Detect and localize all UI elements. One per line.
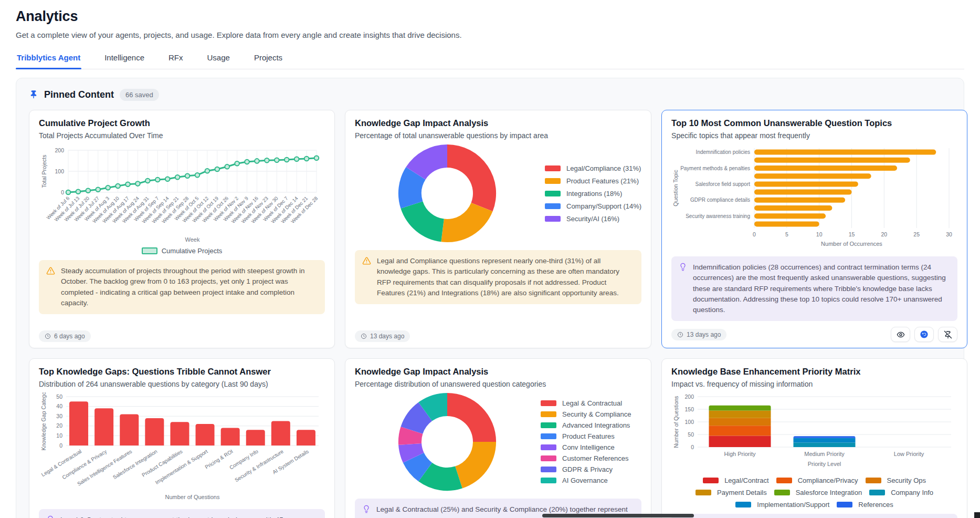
clock-icon: [361, 333, 367, 339]
donut-chart: Legal/Compliance (31%)Product Features (…: [355, 142, 641, 245]
card-top-knowledge-gaps[interactable]: Top Knowledge Gaps: Questions Tribble Ca…: [29, 358, 335, 518]
legend-swatch: [545, 191, 561, 196]
card-actions: [891, 327, 957, 342]
card-subtitle: Percentage of total unanswerable questio…: [355, 131, 641, 140]
legend-item: Legal & Contractual: [541, 399, 631, 407]
chart-legend: Legal & ContractualSecurity & Compliance…: [541, 399, 631, 484]
legend-label: Legal/Contract: [724, 476, 769, 484]
tab-tribblytics-agent[interactable]: Tribblytics Agent: [16, 49, 81, 69]
insight-note: Prioritize adding legal documentation (M…: [671, 514, 957, 518]
legend-item: Implementation/Support: [735, 501, 829, 509]
svg-text:200: 200: [55, 147, 64, 153]
card-footer: 6 days ago: [39, 325, 325, 342]
legend-swatch: [541, 455, 556, 461]
tab-rfx[interactable]: RFx: [167, 49, 184, 69]
legend-swatch: [774, 490, 790, 495]
donut-chart: Legal & ContractualSecurity & Compliance…: [355, 390, 641, 493]
legend-swatch: [541, 411, 556, 417]
timestamp-text: 13 days ago: [370, 333, 404, 340]
legend-swatch: [545, 178, 561, 184]
donut-chart-svg: [396, 390, 499, 493]
card-title: Knowledge Gap Impact Analysis: [355, 118, 641, 128]
tribble-agent-button[interactable]: [914, 327, 934, 342]
svg-text:10: 10: [56, 432, 62, 439]
svg-text:Security awareness training: Security awareness training: [686, 213, 750, 219]
pin-icon: [29, 89, 38, 101]
timestamp-badge: 6 days ago: [39, 330, 91, 342]
card-cumulative-project-growth[interactable]: Cumulative Project Growth Total Projects…: [29, 110, 335, 348]
horizontal-bar-chart: 051015202530Indemnification policiesPaym…: [671, 144, 957, 251]
stacked-bar-chart-svg: 050100150200High PriorityMedium Priority…: [671, 392, 957, 470]
legend-label: Company/Support (14%): [566, 202, 641, 210]
svg-text:40: 40: [56, 403, 62, 409]
svg-text:30: 30: [946, 231, 952, 237]
legend-swatch: [541, 433, 556, 439]
legend-swatch: [142, 247, 157, 254]
svg-text:Salesforce field support: Salesforce field support: [696, 181, 751, 187]
svg-text:20: 20: [56, 423, 62, 429]
svg-text:GDPR compliance details: GDPR compliance details: [690, 197, 750, 203]
tab-usage[interactable]: Usage: [206, 49, 231, 69]
note-text: Steady accumulation of projects througho…: [61, 266, 318, 308]
timestamp-text: 6 days ago: [54, 333, 85, 340]
svg-text:Week: Week: [185, 236, 200, 243]
vertical-scrollbar-thumb[interactable]: [974, 512, 980, 518]
view-button[interactable]: [891, 327, 910, 342]
card-title: Knowledge Gap Impact Analysis: [355, 367, 641, 377]
svg-text:50: 50: [688, 431, 694, 438]
legend-label: Product Features (21%): [566, 177, 639, 185]
bar-chart: 01020304050Legal & ContractualCompliance…: [39, 392, 325, 504]
legend-label: Payment Details: [717, 489, 767, 496]
legend-swatch: [696, 490, 711, 495]
legend-label: GDPR & Privacy: [562, 465, 613, 473]
line-chart-svg: 0100200Week of Jul 6Week of Jul 13Week o…: [39, 144, 323, 244]
lightbulb-icon: [679, 263, 687, 315]
card-top-10-unanswerable-topics[interactable]: Top 10 Most Common Unanswerable Question…: [661, 110, 967, 348]
unpin-button[interactable]: [938, 327, 957, 342]
horizontal-scrollbar-thumb[interactable]: [542, 514, 694, 517]
insight-note: Indemnification policies (28 occurrences…: [671, 256, 957, 321]
svg-text:Indemnification policies: Indemnification policies: [696, 149, 750, 155]
legend-item: Legal/Compliance (31%): [545, 164, 641, 172]
legend-item: Security & Compliance: [541, 410, 631, 418]
tab-intelligence[interactable]: Intelligence: [103, 49, 145, 69]
svg-text:Number of Questions: Number of Questions: [673, 396, 679, 448]
tab-projects[interactable]: Projects: [253, 49, 283, 69]
legend-item: AI Governance: [541, 476, 631, 484]
legend-item: Security/AI (16%): [545, 215, 641, 223]
warning-note: Legal and Compliance questions represent…: [355, 250, 641, 304]
svg-text:100: 100: [685, 419, 694, 425]
legend-item: Company Info: [869, 489, 933, 496]
svg-text:25: 25: [913, 231, 920, 237]
legend-item: Advanced Integrations: [541, 421, 631, 429]
svg-text:100: 100: [55, 168, 64, 174]
legend-item: GDPR & Privacy: [541, 465, 631, 473]
card-footer: 13 days ago: [355, 325, 641, 342]
legend-item: Integrations (18%): [545, 190, 641, 198]
note-text: Legal & Contractual terms represent the …: [60, 515, 318, 518]
card-knowledge-gap-impact-2[interactable]: Knowledge Gap Impact Analysis Percentage…: [345, 358, 651, 518]
note-text: Indemnification policies (28 occurrences…: [693, 262, 950, 315]
legend-item: Customer References: [541, 454, 631, 462]
svg-text:Payment methods & penalties: Payment methods & penalties: [680, 165, 750, 171]
timestamp-badge: 13 days ago: [671, 329, 726, 340]
legend-label: Legal/Compliance (31%): [566, 164, 641, 172]
chart-legend: Legal/ContractCompliance/PrivacySecurity…: [676, 476, 954, 509]
lightbulb-icon: [46, 515, 55, 518]
card-title: Cumulative Project Growth: [39, 118, 325, 128]
legend-item: References: [837, 501, 893, 509]
svg-text:Number of Questions: Number of Questions: [165, 494, 220, 500]
legend-label: Security/AI (16%): [566, 215, 619, 223]
card-knowledge-gap-impact-1[interactable]: Knowledge Gap Impact Analysis Percentage…: [345, 110, 651, 348]
svg-text:10: 10: [816, 231, 823, 237]
pinned-content-header: Pinned Content 66 saved: [29, 89, 951, 101]
card-priority-matrix[interactable]: Knowledge Base Enhancement Priority Matr…: [661, 358, 967, 518]
svg-text:0: 0: [753, 231, 756, 237]
timestamp-badge: 13 days ago: [355, 330, 410, 342]
bar-chart-svg: 01020304050Legal & ContractualCompliance…: [39, 392, 325, 502]
legend-label: Security Ops: [887, 476, 926, 484]
legend-label: Product Features: [562, 432, 615, 440]
saved-count-badge: 66 saved: [120, 89, 159, 101]
legend-swatch: [541, 422, 556, 428]
legend-swatch: [703, 478, 719, 483]
